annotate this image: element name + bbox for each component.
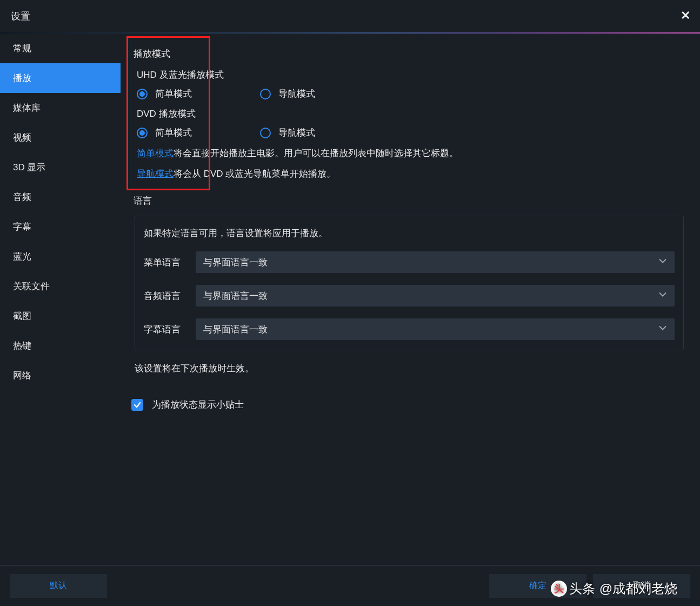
uhd-nav-label: 导航模式 bbox=[278, 88, 315, 100]
chevron-down-icon bbox=[658, 257, 667, 268]
menu-language-row: 菜单语言 与界面语言一致 bbox=[144, 251, 675, 273]
sidebar-item-file-association[interactable]: 关联文件 bbox=[0, 271, 121, 301]
dvd-simple-label: 简单模式 bbox=[155, 126, 192, 139]
sidebar-item-hotkeys[interactable]: 热键 bbox=[0, 331, 121, 361]
uhd-nav-radio[interactable]: 导航模式 bbox=[260, 88, 315, 100]
radio-unchecked-icon bbox=[260, 128, 271, 138]
menu-language-label: 菜单语言 bbox=[144, 256, 196, 269]
language-title: 语言 bbox=[134, 195, 684, 207]
dvd-mode-title: DVD 播放模式 bbox=[137, 108, 684, 120]
radio-unchecked-icon bbox=[260, 89, 271, 99]
subtitle-language-row: 字幕语言 与界面语言一致 bbox=[144, 318, 675, 340]
check-icon bbox=[133, 401, 142, 409]
sidebar-item-audio[interactable]: 音频 bbox=[0, 182, 121, 212]
dvd-simple-radio[interactable]: 简单模式 bbox=[137, 126, 260, 139]
dvd-nav-radio[interactable]: 导航模式 bbox=[260, 126, 315, 139]
tips-checkbox[interactable] bbox=[131, 399, 143, 411]
sidebar-item-general[interactable]: 常规 bbox=[0, 34, 121, 63]
uhd-bluray-mode-title: UHD 及蓝光播放模式 bbox=[137, 69, 684, 81]
content-panel: 播放模式 UHD 及蓝光播放模式 简单模式 导航模式 DVD 播放模式 简单模式 bbox=[121, 34, 700, 509]
simple-mode-hint: 简单模式将会直接开始播放主电影。用户可以在播放列表中随时选择其它标题。 bbox=[137, 146, 684, 161]
close-icon[interactable]: ✕ bbox=[681, 9, 690, 23]
radio-checked-icon bbox=[137, 89, 148, 99]
radio-checked-icon bbox=[137, 128, 148, 138]
main-area: 常规 播放 媒体库 视频 3D 显示 音频 字幕 蓝光 关联文件 截图 热键 网… bbox=[0, 34, 700, 509]
language-box: 如果特定语言可用，语言设置将应用于播放。 菜单语言 与界面语言一致 音频语言 与… bbox=[135, 216, 684, 350]
ok-button[interactable]: 确定 bbox=[489, 574, 586, 598]
nav-mode-hint: 导航模式将会从 DVD 或蓝光导航菜单开始播放。 bbox=[137, 167, 684, 181]
default-button[interactable]: 默认 bbox=[10, 574, 107, 598]
titlebar: 设置 ✕ bbox=[0, 0, 700, 32]
sidebar-item-video[interactable]: 视频 bbox=[0, 123, 121, 152]
chevron-down-icon bbox=[658, 290, 667, 302]
simple-mode-link[interactable]: 简单模式 bbox=[137, 148, 174, 158]
sidebar-item-subtitle[interactable]: 字幕 bbox=[0, 212, 121, 242]
simple-mode-text: 将会直接开始播放主电影。用户可以在播放列表中随时选择其它标题。 bbox=[174, 148, 458, 158]
sidebar-item-network[interactable]: 网络 bbox=[0, 361, 121, 390]
playback-mode-title: 播放模式 bbox=[134, 48, 684, 60]
chevron-down-icon bbox=[658, 324, 667, 335]
language-effect-note: 该设置将在下次播放时生效。 bbox=[135, 362, 684, 375]
audio-language-label: 音频语言 bbox=[144, 290, 196, 302]
dvd-nav-label: 导航模式 bbox=[278, 126, 315, 139]
audio-language-dropdown[interactable]: 与界面语言一致 bbox=[196, 285, 675, 307]
subtitle-language-value: 与界面语言一致 bbox=[203, 323, 268, 336]
sidebar-item-3d-display[interactable]: 3D 显示 bbox=[0, 152, 121, 182]
sidebar-item-media-library[interactable]: 媒体库 bbox=[0, 93, 121, 123]
menu-language-dropdown[interactable]: 与界面语言一致 bbox=[196, 251, 675, 273]
sidebar-item-screenshot[interactable]: 截图 bbox=[0, 301, 121, 331]
uhd-simple-label: 简单模式 bbox=[155, 88, 192, 100]
footer: 默认 确定 取消 bbox=[0, 565, 700, 606]
uhd-radio-row: 简单模式 导航模式 bbox=[137, 88, 684, 100]
nav-mode-link[interactable]: 导航模式 bbox=[137, 169, 174, 179]
dvd-radio-row: 简单模式 导航模式 bbox=[137, 126, 684, 139]
sidebar-item-bluray[interactable]: 蓝光 bbox=[0, 242, 121, 271]
window-title: 设置 bbox=[11, 10, 30, 23]
tips-label: 为播放状态显示小贴士 bbox=[152, 398, 244, 411]
subtitle-language-dropdown[interactable]: 与界面语言一致 bbox=[196, 318, 675, 340]
subtitle-language-label: 字幕语言 bbox=[144, 323, 196, 336]
playback-mode-block: UHD 及蓝光播放模式 简单模式 导航模式 DVD 播放模式 简单模式 bbox=[137, 69, 684, 181]
language-note: 如果特定语言可用，语言设置将应用于播放。 bbox=[144, 227, 675, 239]
menu-language-value: 与界面语言一致 bbox=[203, 256, 268, 269]
nav-mode-text: 将会从 DVD 或蓝光导航菜单开始播放。 bbox=[174, 169, 336, 179]
audio-language-value: 与界面语言一致 bbox=[203, 290, 268, 302]
sidebar-item-playback[interactable]: 播放 bbox=[0, 63, 121, 93]
audio-language-row: 音频语言 与界面语言一致 bbox=[144, 285, 675, 307]
tips-checkbox-row: 为播放状态显示小贴士 bbox=[131, 398, 684, 411]
sidebar: 常规 播放 媒体库 视频 3D 显示 音频 字幕 蓝光 关联文件 截图 热键 网… bbox=[0, 34, 121, 509]
uhd-simple-radio[interactable]: 简单模式 bbox=[137, 88, 260, 100]
language-section: 语言 如果特定语言可用，语言设置将应用于播放。 菜单语言 与界面语言一致 音频语… bbox=[130, 195, 684, 375]
cancel-button[interactable]: 取消 bbox=[593, 574, 690, 598]
